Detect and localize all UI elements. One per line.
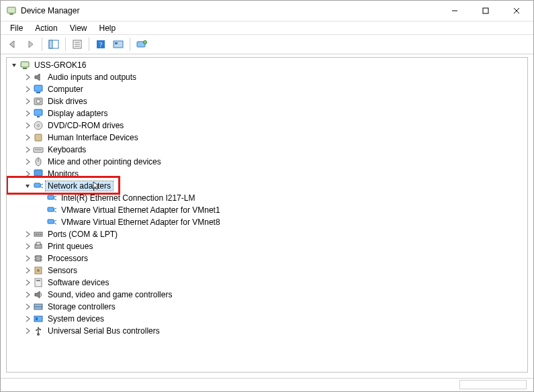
cd-icon: [33, 120, 44, 131]
svg-rect-3: [483, 8, 488, 13]
device-tree[interactable]: USS-GROK16Audio inputs and outputsComput…: [6, 57, 528, 373]
scan-hardware-button[interactable]: [110, 36, 126, 52]
tree-item-cat-9-child-1[interactable]: VMware Virtual Ethernet Adapter for VMne…: [7, 204, 527, 216]
tree-item-cat-16[interactable]: Storage controllers: [7, 301, 527, 313]
tree-item-root[interactable]: USS-GROK16: [7, 59, 527, 71]
svg-point-60: [36, 330, 37, 331]
svg-rect-38: [48, 219, 54, 224]
tree-item-cat-15[interactable]: Sound, video and game controllers: [7, 289, 527, 301]
toolbar-separator: [65, 38, 66, 51]
processor-icon: [33, 253, 44, 264]
chevron-down-icon[interactable]: [23, 181, 32, 191]
tree-item-label: Intel(R) Ethernet Connection I217-LM: [59, 193, 197, 203]
tree-item-cat-9-child-0[interactable]: Intel(R) Ethernet Connection I217-LM: [7, 192, 527, 204]
mouse-icon: [33, 156, 44, 167]
tree-item-cat-0[interactable]: Audio inputs and outputs: [7, 71, 527, 83]
menu-file[interactable]: File: [5, 22, 28, 34]
keyboard-icon: [33, 144, 44, 155]
maximize-button[interactable]: [470, 1, 501, 21]
storage-icon: [33, 301, 44, 312]
menu-view[interactable]: View: [64, 22, 93, 34]
chevron-right-icon[interactable]: [23, 169, 32, 179]
nav-back-button[interactable]: [5, 36, 21, 52]
chevron-right-icon[interactable]: [23, 109, 32, 118]
nav-forward-button[interactable]: [22, 36, 38, 52]
tree-item-cat-2[interactable]: Disk drives: [7, 95, 527, 107]
svg-rect-33: [34, 170, 42, 176]
tree-item-label: Monitors: [46, 169, 81, 179]
help-button[interactable]: ?: [93, 36, 109, 52]
tree-item-cat-17[interactable]: System devices: [7, 313, 527, 325]
tree-item-label: Sensors: [46, 266, 79, 275]
svg-rect-19: [23, 68, 27, 69]
chevron-right-icon[interactable]: [23, 121, 32, 130]
tree-item-cat-6[interactable]: Keyboards: [7, 144, 527, 156]
tree-item-cat-12[interactable]: Processors: [7, 252, 527, 264]
computer-monitor-icon: [33, 84, 44, 95]
tree-item-label: Network adapters: [46, 181, 113, 191]
svg-rect-24: [34, 109, 42, 115]
show-hide-tree-button[interactable]: [46, 36, 62, 52]
devices-view-button[interactable]: [134, 36, 150, 52]
chevron-right-icon[interactable]: [23, 85, 32, 94]
tree-item-cat-9-child-2[interactable]: VMware Virtual Ethernet Adapter for VMne…: [7, 216, 527, 228]
tree-item-cat-4[interactable]: DVD/CD-ROM drives: [7, 119, 527, 132]
svg-rect-18: [21, 62, 29, 67]
svg-rect-53: [36, 280, 40, 281]
properties-button[interactable]: [69, 36, 85, 52]
chevron-right-icon[interactable]: [23, 290, 32, 299]
tree-item-label: Storage controllers: [46, 302, 118, 311]
menu-action[interactable]: Action: [30, 22, 62, 34]
svg-rect-34: [37, 177, 40, 178]
tree-item-cat-10[interactable]: Ports (COM & LPT): [7, 228, 527, 240]
chevron-right-icon[interactable]: [23, 133, 32, 142]
chevron-right-icon[interactable]: [23, 326, 32, 336]
close-button[interactable]: [501, 1, 532, 21]
tree-item-cat-8[interactable]: Monitors: [7, 168, 527, 180]
tree-item-label: VMware Virtual Ethernet Adapter for VMne…: [59, 217, 222, 227]
tree-item-label: USS-GROK16: [32, 60, 88, 70]
tree-item-cat-13[interactable]: Sensors: [7, 264, 527, 277]
tree-item-cat-14[interactable]: Software devices: [7, 277, 527, 289]
tree-item-label: DVD/CD-ROM drives: [46, 121, 126, 130]
chevron-right-icon[interactable]: [23, 97, 32, 106]
mouse-cursor-icon: [93, 181, 99, 193]
tree-item-label: System devices: [46, 314, 106, 324]
tree-item-cat-3[interactable]: Display adapters: [7, 107, 527, 119]
tree-item-cat-7[interactable]: Mice and other pointing devices: [7, 156, 527, 168]
chevron-right-icon[interactable]: [23, 266, 32, 275]
tree-item-label: Human Interface Devices: [46, 133, 140, 142]
svg-point-51: [37, 269, 40, 272]
app-icon: [6, 5, 17, 16]
toolbar: ?: [1, 34, 533, 54]
tree-item-cat-18[interactable]: Universal Serial Bus controllers: [7, 325, 527, 337]
chevron-right-icon[interactable]: [23, 314, 32, 324]
chevron-right-icon[interactable]: [23, 230, 32, 239]
svg-rect-15: [115, 42, 118, 44]
chevron-right-icon[interactable]: [23, 278, 32, 287]
tree-item-cat-9[interactable]: Network adapters: [7, 180, 527, 192]
network-icon: [33, 181, 44, 191]
sensor-icon: [33, 265, 44, 276]
chevron-right-icon[interactable]: [23, 72, 32, 82]
svg-rect-36: [48, 195, 54, 199]
chevron-right-icon[interactable]: [23, 242, 32, 251]
chevron-down-icon[interactable]: [9, 60, 19, 70]
tree-item-cat-5[interactable]: Human Interface Devices: [7, 132, 527, 144]
tree-item-label: Processors: [46, 254, 90, 263]
menu-help[interactable]: Help: [94, 22, 122, 34]
minimize-button[interactable]: [439, 1, 470, 21]
chevron-right-icon[interactable]: [23, 254, 32, 263]
chevron-right-icon[interactable]: [23, 157, 32, 166]
chevron-right-icon[interactable]: [23, 145, 32, 154]
toolbar-separator: [42, 38, 42, 51]
svg-rect-44: [36, 242, 40, 245]
disk-icon: [33, 96, 44, 107]
toolbar-separator: [89, 38, 89, 51]
hid-icon: [33, 132, 44, 143]
chevron-right-icon[interactable]: [23, 302, 32, 311]
tree-item-label: Print queues: [46, 242, 95, 251]
printer-icon: [33, 241, 44, 252]
tree-item-cat-11[interactable]: Print queues: [7, 240, 527, 252]
tree-item-cat-1[interactable]: Computer: [7, 83, 527, 95]
